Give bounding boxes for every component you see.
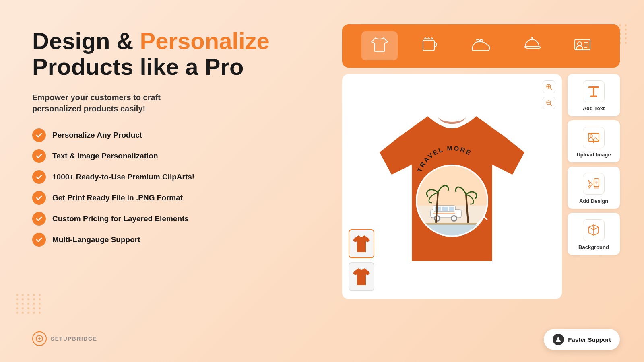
left-section: Design & Personalize Products like a Pro… [32, 28, 274, 247]
tools-sidebar: Add Text Upload Image [568, 74, 620, 299]
svg-point-18 [452, 216, 456, 220]
thumbnails-sidebar [349, 229, 374, 291]
feature-item-4: Get Print Ready File in .PNG Format [32, 191, 274, 205]
thumb-front[interactable] [349, 229, 374, 258]
tshirt-svg: TRAVEL MORE [376, 104, 528, 273]
text-icon [587, 84, 601, 98]
design-icon [587, 177, 601, 191]
subheadline: Empower your customers to craftpersonali… [32, 92, 274, 114]
zoom-in-button[interactable] [543, 80, 555, 93]
check-icon-4 [32, 191, 46, 205]
support-avatar-icon [553, 334, 564, 345]
category-shoe[interactable] [462, 31, 500, 60]
upload-image-icon-area [583, 127, 605, 148]
background-icon [587, 223, 601, 237]
svg-rect-1 [423, 40, 434, 51]
category-card[interactable] [564, 31, 601, 60]
svg-point-2 [531, 37, 533, 39]
check-icon-2 [32, 149, 46, 163]
decorative-dots-bottom-left [16, 294, 42, 314]
headline-part3: Products like a Pro [32, 53, 244, 80]
check-icon-3 [32, 170, 46, 184]
mug-icon [420, 35, 440, 57]
features-list: Personalize Any Product Text & Image Per… [32, 128, 274, 247]
brand-icon [32, 331, 47, 346]
svg-rect-20 [442, 207, 448, 211]
svg-point-29 [590, 135, 592, 137]
feature-item-5: Custom Pricing for Layered Elements [32, 212, 274, 226]
headline-part2: Personalize [140, 28, 270, 54]
zoom-controls [543, 80, 555, 109]
check-icon-6 [32, 233, 46, 247]
upload-image-label: Upload Image [576, 152, 611, 158]
svg-point-4 [578, 42, 582, 46]
feature-item-6: Multi-Langauge Support [32, 233, 274, 247]
category-cap[interactable] [514, 31, 550, 60]
feature-text-5: Custom Pricing for Layered Elements [52, 214, 189, 223]
add-design-tool[interactable]: Add Design [568, 167, 620, 209]
feature-item-2: Text & Image Personalization [32, 149, 274, 163]
check-icon-5 [32, 212, 46, 226]
headline-part1: Design & [32, 28, 140, 54]
cap-icon [522, 35, 542, 57]
background-tool[interactable]: Background [568, 213, 620, 255]
feature-text-3: 1000+ Ready-to-Use Premium ClipArts! [52, 173, 194, 181]
right-section: TRAVEL MORE [342, 24, 620, 299]
tshirt-icon [369, 35, 390, 57]
add-text-label: Add Text [583, 105, 605, 111]
feature-item-1: Personalize Any Product [32, 128, 274, 142]
main-headline: Design & Personalize Products like a Pro [32, 28, 274, 80]
feature-item-3: 1000+ Ready-to-Use Premium ClipArts! [32, 170, 274, 184]
feature-text-6: Multi-Langauge Support [52, 235, 140, 244]
brand-logo: SETUPBRIDGE [32, 331, 97, 346]
check-icon-1 [32, 128, 46, 142]
middle-area: TRAVEL MORE [342, 74, 620, 299]
feature-text-4: Get Print Ready File in .PNG Format [52, 193, 183, 202]
thumb-back[interactable] [349, 262, 374, 291]
canvas-area: TRAVEL MORE [342, 74, 562, 299]
card-icon [572, 35, 592, 57]
background-label: Background [578, 244, 609, 250]
tshirt-display: TRAVEL MORE [350, 82, 554, 291]
feature-text-1: Personalize Any Product [52, 131, 142, 140]
background-icon-area [583, 219, 605, 241]
add-text-icon-area [583, 80, 605, 102]
svg-rect-31 [594, 187, 599, 189]
add-design-label: Add Design [579, 198, 608, 204]
faster-support-button[interactable]: Faster Support [544, 329, 620, 350]
feature-text-2: Text & Image Personalization [52, 152, 158, 160]
shoe-icon [470, 35, 492, 57]
upload-icon [587, 131, 601, 144]
upload-image-tool[interactable]: Upload Image [568, 120, 620, 162]
category-tshirt[interactable] [361, 31, 398, 60]
category-bar [342, 24, 620, 68]
brand-name: SETUPBRIDGE [51, 336, 97, 342]
add-design-icon-area [583, 173, 605, 195]
support-label: Faster Support [568, 336, 611, 343]
add-text-tool[interactable]: Add Text [568, 74, 620, 116]
zoom-out-button[interactable] [543, 97, 555, 109]
svg-point-32 [595, 181, 598, 184]
category-mug[interactable] [412, 31, 448, 60]
svg-rect-21 [449, 207, 454, 211]
